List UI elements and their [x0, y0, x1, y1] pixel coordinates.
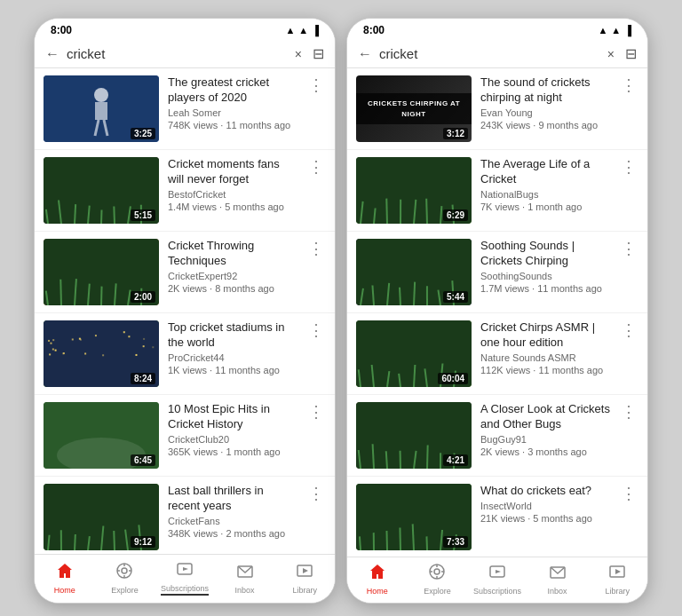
video-item[interactable]: 8:24Top cricket stadiums in the worldPro…: [35, 313, 335, 395]
nav-item-subscriptions[interactable]: Subscriptions: [155, 560, 215, 596]
video-thumbnail: 5:44: [356, 239, 472, 305]
video-thumbnail: 7:33: [356, 484, 472, 550]
svg-line-11: [114, 207, 115, 224]
video-menu-button[interactable]: ⋮: [619, 75, 638, 95]
video-title: Cricket Chirps ASMR | one hour edition: [480, 320, 610, 351]
video-meta: 10 Most Epic Hits in Cricket HistoryCric…: [168, 402, 297, 457]
video-duration: 60:04: [438, 373, 468, 384]
svg-line-107: [413, 524, 414, 550]
nav-item-inbox[interactable]: Inbox: [215, 562, 275, 595]
back-button[interactable]: ←: [358, 46, 372, 62]
video-item[interactable]: 9:12Last ball thrillers in recent yearsC…: [35, 477, 335, 554]
search-bar: ← × ⊟: [347, 40, 647, 68]
svg-line-49: [75, 534, 75, 550]
svg-line-89: [414, 365, 415, 387]
video-item[interactable]: 3:25The greatest cricket players of 2020…: [35, 68, 335, 150]
svg-marker-118: [496, 570, 501, 573]
video-thumbnail: 60:04: [356, 320, 472, 387]
video-channel: Leah Somer: [168, 107, 297, 118]
svg-rect-43: [95, 335, 97, 336]
filter-button[interactable]: ⊟: [313, 45, 324, 62]
status-time: 8:00: [51, 24, 72, 36]
svg-rect-32: [48, 340, 50, 342]
back-button[interactable]: ←: [45, 46, 59, 62]
video-title: Top cricket stadiums in the world: [168, 320, 297, 351]
video-item[interactable]: 2:00Cricket Throwing TechniquesCricketEx…: [35, 232, 335, 313]
video-stats: 748K views · 11 months ago: [168, 120, 297, 130]
video-item[interactable]: 4:21A Closer Look at Crickets and Other …: [347, 395, 647, 477]
nav-item-explore[interactable]: Explore: [95, 562, 155, 595]
svg-line-8: [75, 204, 75, 224]
nav-item-explore[interactable]: Explore: [408, 563, 468, 596]
nav-label-inbox: Inbox: [235, 586, 255, 595]
svg-rect-37: [62, 352, 64, 354]
video-thumbnail: 2:00: [44, 239, 159, 305]
video-menu-button[interactable]: ⋮: [619, 484, 638, 503]
status-bar: 8:00 ▲ ▲ ▐: [347, 19, 647, 40]
svg-rect-26: [123, 331, 125, 333]
video-menu-button[interactable]: ⋮: [306, 320, 326, 340]
nav-label-library: Library: [292, 586, 317, 595]
video-menu-button[interactable]: ⋮: [619, 239, 638, 258]
nav-item-library[interactable]: Library: [274, 562, 335, 595]
video-item[interactable]: 6:4510 Most Epic Hits in Cricket History…: [35, 395, 335, 477]
video-meta: Last ball thrillers in recent yearsCrick…: [168, 484, 297, 539]
video-item[interactable]: 6:29The Average Life of a CricketNationa…: [347, 150, 647, 232]
video-menu-button[interactable]: ⋮: [306, 75, 326, 95]
nav-item-subscriptions[interactable]: Subscriptions: [467, 563, 527, 596]
svg-line-79: [400, 288, 400, 305]
video-item[interactable]: 60:04Cricket Chirps ASMR | one hour edit…: [347, 313, 647, 395]
video-menu-button[interactable]: ⋮: [619, 157, 638, 177]
svg-line-80: [414, 282, 415, 305]
video-meta: What do crickets eat?InsectWorld21K view…: [480, 484, 610, 524]
video-thumbnail: 5:15: [44, 157, 159, 224]
video-menu-button[interactable]: ⋮: [306, 157, 326, 177]
svg-rect-42: [135, 354, 137, 356]
video-thumbnail: 9:12: [44, 484, 159, 550]
search-input[interactable]: [379, 46, 600, 61]
video-channel: Nature Sounds ASMR: [480, 352, 610, 363]
nav-label-subscriptions: Subscriptions: [473, 587, 521, 596]
nav-item-library[interactable]: Library: [587, 563, 647, 596]
video-meta: Top cricket stadiums in the worldProCric…: [168, 320, 297, 375]
filter-button[interactable]: ⊟: [625, 45, 637, 62]
video-title: What do crickets eat?: [480, 484, 610, 499]
video-stats: 348K views · 2 months ago: [168, 528, 297, 539]
video-thumbnail: CRICKETS CHIRPING AT NIGHT3:12: [356, 75, 472, 142]
video-item[interactable]: 7:33What do crickets eat?InsectWorld21K …: [347, 477, 647, 557]
video-menu-button[interactable]: ⋮: [306, 484, 326, 503]
nav-item-home[interactable]: Home: [347, 563, 408, 596]
svg-line-16: [60, 280, 61, 305]
svg-line-96: [386, 451, 387, 469]
battery-icon: ▐: [624, 25, 631, 36]
video-menu-button[interactable]: ⋮: [619, 402, 638, 422]
clear-button[interactable]: ×: [295, 47, 302, 61]
svg-rect-29: [72, 338, 74, 340]
svg-line-73: [440, 206, 441, 224]
video-list: CRICKETS CHIRPING AT NIGHT3:12The sound …: [347, 68, 647, 557]
video-stats: 2K views · 3 months ago: [480, 446, 610, 457]
video-menu-button[interactable]: ⋮: [306, 402, 326, 422]
video-stats: 365K views · 1 month ago: [168, 446, 297, 457]
video-title: A Closer Look at Crickets and Other Bugs: [480, 402, 610, 432]
svg-point-112: [434, 569, 440, 574]
video-meta: Cricket Throwing TechniquesCricketExpert…: [168, 239, 297, 294]
svg-marker-121: [615, 569, 621, 574]
nav-item-inbox[interactable]: Inbox: [527, 563, 588, 596]
video-menu-button[interactable]: ⋮: [619, 320, 638, 340]
video-item[interactable]: 5:15Cricket moments fans will never forg…: [35, 150, 335, 232]
nav-item-home[interactable]: Home: [35, 562, 95, 595]
video-duration: 6:45: [131, 454, 155, 466]
video-channel: NationalBugs: [480, 189, 610, 200]
video-stats: 2K views · 8 months ago: [168, 283, 297, 294]
thumbnail-text-overlay: CRICKETS CHIRPING AT NIGHT: [356, 93, 472, 123]
video-item[interactable]: 5:44Soothing Sounds | Crickets ChirpingS…: [347, 232, 647, 313]
svg-point-56: [122, 568, 127, 573]
clear-button[interactable]: ×: [607, 47, 615, 61]
search-input[interactable]: [67, 46, 288, 61]
video-menu-button[interactable]: ⋮: [306, 239, 326, 258]
video-item[interactable]: CRICKETS CHIRPING AT NIGHT3:12The sound …: [347, 68, 647, 150]
phone-right: 8:00 ▲ ▲ ▐ ← × ⊟ CRICKETS CHIRPING AT NI…: [346, 18, 648, 604]
svg-rect-35: [55, 350, 57, 351]
video-thumbnail: 4:21: [356, 402, 472, 469]
